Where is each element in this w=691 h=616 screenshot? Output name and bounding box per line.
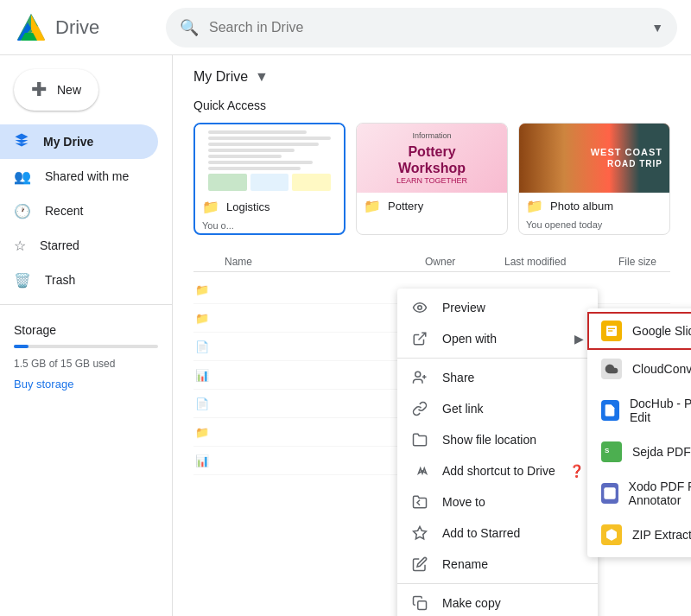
sidebar-item-recent[interactable]: 🕐 Recent [0, 194, 158, 228]
menu-item-open-with[interactable]: Open with ▶ [397, 323, 598, 354]
menu-item-add-shortcut[interactable]: Add shortcut to Drive ❓ [397, 455, 598, 486]
search-icon: 🔍 [180, 18, 199, 37]
svg-point-8 [418, 306, 422, 310]
submenu-item-zip[interactable]: ZIP Extractor [587, 516, 691, 554]
sejda-icon: S [601, 441, 622, 462]
submenu-item-google-slides[interactable]: Google Slides [587, 312, 691, 350]
sidebar-item-shared[interactable]: 👥 Shared with me [0, 159, 158, 194]
open-with-submenu: Google Slides CloudConvert DocHub - PDF … [587, 308, 691, 557]
doc-line [208, 155, 282, 158]
doc-line [208, 137, 332, 140]
recent-icon: 🕐 [14, 203, 31, 219]
svg-rect-20 [608, 328, 615, 329]
logistics-footer: 📁 Logistics [195, 194, 344, 220]
move-to-label: Move to [442, 495, 584, 509]
pottery-name: Pottery [388, 200, 423, 213]
my-drive-dropdown-icon[interactable]: ▼ [255, 69, 269, 85]
rename-label: Rename [442, 557, 584, 571]
svg-marker-13 [414, 527, 427, 539]
sidebar-item-my-drive[interactable]: My Drive [0, 124, 158, 159]
search-input[interactable] [209, 20, 641, 35]
dochub-icon [601, 400, 619, 421]
menu-item-share[interactable]: Share [397, 362, 598, 393]
quick-access-grid: 📁 Logistics You o... Information Pottery… [193, 123, 670, 235]
file-icon: 📁 [193, 423, 211, 441]
header-owner: Owner [425, 256, 494, 268]
pottery-sub: LEARN TOGETHER [396, 176, 467, 185]
new-button-label: New [57, 83, 81, 97]
quick-card-logistics[interactable]: 📁 Logistics You o... [193, 123, 346, 235]
quick-access-label: Quick Access [193, 98, 670, 112]
logistics-subtitle: You o... [195, 220, 344, 234]
preview-label: Preview [442, 301, 584, 314]
preview-icon [411, 299, 428, 316]
sidebar-item-label: Shared with me [45, 169, 129, 183]
main-layout: ✚ New My Drive 👥 Shared with me 🕐 Recent… [0, 55, 691, 616]
trash-icon: 🗑️ [14, 272, 31, 289]
menu-item-rename[interactable]: Rename [397, 549, 598, 580]
menu-divider [397, 583, 598, 584]
svg-line-9 [419, 333, 426, 340]
menu-item-preview[interactable]: Preview [397, 292, 598, 323]
sidebar: ✚ New My Drive 👥 Shared with me 🕐 Recent… [0, 55, 173, 616]
storage-section: Storage 1.5 GB of 15 GB used Buy storage [0, 312, 172, 401]
share-icon [411, 369, 428, 386]
xodo-icon [601, 483, 618, 504]
logistics-folder-icon: 📁 [202, 199, 219, 215]
pottery-info-label: Information [412, 131, 451, 140]
doc-line [208, 149, 295, 152]
quick-card-photo-album[interactable]: WEST COAST ROAD TRIP 📁 Photo album You o… [518, 123, 670, 235]
drive-logo-icon [14, 10, 48, 45]
menu-item-get-link[interactable]: Get link [397, 393, 598, 424]
search-bar[interactable]: 🔍 ▼ [166, 8, 677, 48]
header-size: File size [618, 256, 670, 268]
move-to-icon [411, 493, 428, 511]
menu-item-show-location[interactable]: Show file location [397, 424, 598, 455]
new-button[interactable]: ✚ New [14, 69, 98, 111]
rename-icon [411, 556, 428, 573]
add-shortcut-icon [411, 462, 428, 479]
shared-icon: 👥 [14, 168, 31, 185]
submenu-item-sejda[interactable]: S Sejda PDF [587, 433, 691, 471]
make-copy-icon [411, 594, 428, 612]
sidebar-item-starred[interactable]: ☆ Starred [0, 228, 158, 263]
search-dropdown-icon[interactable]: ▼ [651, 21, 663, 35]
photo-text-overlay: WEST COAST ROAD TRIP [591, 146, 662, 169]
buy-storage-link[interactable]: Buy storage [14, 378, 158, 391]
doc-line [208, 167, 301, 170]
google-slides-label: Google Slides [632, 324, 691, 338]
header-modified: Last modified [504, 256, 608, 268]
svg-point-10 [415, 372, 421, 377]
zip-icon [601, 524, 622, 545]
logistics-doc [203, 124, 337, 194]
quick-card-pottery[interactable]: Information PotteryWorkshop LEARN TOGETH… [356, 123, 508, 235]
dochub-label: DocHub - PDF Sign and Edit [630, 397, 691, 424]
photo-album-footer: 📁 Photo album [519, 193, 669, 219]
submenu-item-cloudconvert[interactable]: CloudConvert [587, 350, 691, 388]
submenu-item-dochub[interactable]: DocHub - PDF Sign and Edit [587, 388, 691, 433]
doc-line [208, 130, 307, 134]
menu-item-make-copy[interactable]: Make copy [397, 587, 598, 616]
show-location-icon [411, 431, 428, 448]
photo-album-subtitle: You opened today [519, 219, 669, 233]
file-icon: 📊 [193, 452, 211, 469]
sidebar-item-trash[interactable]: 🗑️ Trash [0, 263, 158, 297]
menu-item-add-starred[interactable]: Add to Starred [397, 518, 598, 549]
menu-item-move-to[interactable]: Move to [397, 486, 598, 518]
menu-divider [397, 358, 598, 359]
logo-area: Drive [14, 10, 152, 45]
storage-bar-fill [14, 345, 29, 348]
storage-used-text: 1.5 GB of 15 GB used [14, 358, 115, 370]
add-shortcut-label: Add shortcut to Drive [442, 464, 555, 478]
submenu-item-xodo[interactable]: Xodo PDF Reader & Annotator [587, 471, 691, 516]
files-header: Name Owner Last modified File size [193, 252, 670, 272]
show-location-label: Show file location [442, 433, 584, 447]
sidebar-item-label: My Drive [43, 135, 93, 149]
file-icon: 📊 [193, 366, 211, 384]
my-drive-icon [14, 132, 29, 152]
photo-folder-icon: 📁 [526, 198, 543, 214]
file-icon: 📄 [193, 338, 211, 355]
svg-rect-23 [604, 487, 615, 499]
cloudconvert-label: CloudConvert [632, 362, 691, 376]
svg-rect-14 [418, 601, 427, 610]
